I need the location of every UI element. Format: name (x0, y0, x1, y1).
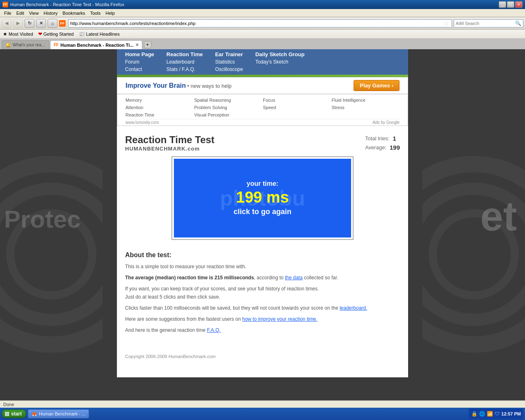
reload-button[interactable]: ↻ (25, 19, 34, 28)
about-para3: If you want, you can keep track of your … (125, 285, 400, 301)
tab-inactive-reaction[interactable]: 🔔 What's your reaction time? (2, 40, 49, 49)
search-input[interactable] (456, 21, 515, 26)
about-title: About the test: (125, 251, 400, 259)
nav-ear-trainer[interactable]: Ear Trainer (215, 51, 243, 58)
nav-stats-faq[interactable]: Stats / F.A.Q. (167, 66, 203, 73)
minimize-button[interactable]: _ (499, 1, 506, 8)
nav-oscilloscope[interactable]: Oscilloscope (215, 66, 243, 73)
start-button[interactable]: ⊞ start (2, 409, 26, 418)
nav-reaction-time[interactable]: Reaction Time (167, 51, 203, 58)
menu-view[interactable]: View (27, 10, 41, 16)
menu-history[interactable]: History (41, 10, 60, 16)
nav-col-ear: Ear Trainer Statistics Oscilloscope (215, 51, 243, 73)
browser-background: et Protec Home Page Forum Contact Reacti… (0, 49, 525, 420)
menu-bar: File Edit View History Bookmarks Tools H… (0, 9, 525, 17)
stop-button[interactable]: ✕ (36, 19, 46, 28)
nav-col-reaction: Reaction Time Leaderboard Stats / F.A.Q. (167, 51, 203, 73)
bookmark-getting-started[interactable]: ❤ Getting Started (37, 31, 75, 37)
ad-tagline-block: Improve Your Brain • new ways to help (126, 82, 232, 89)
tab-close-button[interactable]: ✕ (135, 43, 139, 47)
nav-leaderboard[interactable]: Leaderboard (167, 58, 203, 66)
about-para2: The average (median) reaction time is 21… (125, 274, 400, 282)
titlebar-buttons[interactable]: _ □ ✕ (499, 1, 523, 8)
forward-button[interactable]: ▶ (13, 19, 23, 28)
bookmark-latest-headlines[interactable]: 📰 Latest Headlines (78, 31, 121, 37)
windows-logo-icon: ⊞ (5, 411, 9, 417)
menu-tools[interactable]: Tools (88, 10, 103, 16)
search-icon[interactable]: 🔍 (515, 21, 521, 26)
window-titlebar: FF Human Benchmark - Reaction Time Test … (0, 0, 525, 9)
play-games-button[interactable]: Play Games › (354, 80, 399, 91)
tab-active-benchmark[interactable]: FF Human Benchmark - Reaction Ti... ✕ (50, 40, 142, 49)
getting-started-icon: ❤ (38, 31, 42, 37)
menu-help[interactable]: Help (103, 10, 117, 16)
search-bar[interactable]: 🔍 (454, 19, 523, 27)
tab-inactive-icon: 🔔 (5, 42, 11, 48)
avg-label: Average: (365, 143, 386, 152)
lumosity-grid: Memory Spatial Reasoning Focus Fluid Int… (126, 97, 399, 118)
tray-network-icon: 🌐 (479, 411, 485, 417)
avg-value: 199 (390, 143, 400, 152)
maximize-button[interactable]: □ (507, 1, 514, 8)
nav-statistics[interactable]: Statistics (215, 58, 243, 66)
lumosity-footer: www.lumosity.com Ads by Google (126, 119, 399, 125)
tries-label: Total tries: (365, 134, 389, 143)
most-visited-icon: ★ (3, 31, 7, 37)
nav-todays-sketch[interactable]: Today's Sketch (255, 58, 304, 66)
nav-col-daily: Daily Sketch Group Today's Sketch (255, 51, 304, 73)
bookmark-most-visited-label: Most Visited (9, 32, 33, 37)
bookmark-most-visited[interactable]: ★ Most Visited (2, 31, 34, 37)
lumosity-visual: Visual Perception (194, 112, 262, 118)
status-bar: Done (0, 400, 525, 408)
site-nav: Home Page Forum Contact Reaction Time Le… (117, 49, 408, 75)
menu-file[interactable]: File (2, 10, 14, 16)
tab-inactive-label: What's your reaction time? (13, 43, 46, 47)
test-header: Reaction Time Test HUMANBENCHMARK.com To… (125, 134, 400, 152)
nav-forum[interactable]: Forum (125, 58, 154, 66)
nav-daily-sketch[interactable]: Daily Sketch Group (255, 51, 304, 58)
test-title: Reaction Time Test (125, 134, 215, 146)
nav-home-page[interactable]: Home Page (125, 51, 154, 58)
leaderboard-link[interactable]: leaderboard. (340, 305, 367, 311)
ads-by: Ads by Google (372, 120, 399, 125)
faq-link[interactable]: F.A.Q. (207, 327, 220, 333)
click-again-label: click to go again (233, 208, 291, 216)
stat-row-avg: Average: 199 (365, 143, 400, 152)
titlebar-left: FF Human Benchmark - Reaction Time Test … (2, 2, 124, 7)
bookmark-latest-headlines-label: Latest Headlines (86, 32, 120, 37)
start-label: start (11, 411, 22, 417)
lumosity-problem: Problem Solving (194, 104, 262, 111)
lumosity-focus: Focus (263, 97, 331, 103)
star-icon[interactable]: ☆ (444, 20, 449, 27)
taskbar-item-label: Human Benchmark - ... (39, 411, 85, 416)
back-button[interactable]: ◀ (2, 19, 11, 28)
test-stats: Total tries: 1 Average: 199 (365, 134, 400, 152)
about-para1: This is a simple tool to measure your re… (125, 263, 400, 271)
nav-contact[interactable]: Contact (125, 66, 154, 73)
nav-toolbar: ◀ ▶ ↻ ✕ ⌂ FF http://www.humanbenchmark.c… (0, 17, 525, 30)
home-button[interactable]: ⌂ (48, 19, 57, 28)
bookmarks-bar: ★ Most Visited ❤ Getting Started 📰 Lates… (0, 30, 525, 39)
lumosity-stress: Stress (332, 104, 400, 111)
menu-edit[interactable]: Edit (14, 10, 27, 16)
firefox-icon: FF (2, 2, 8, 7)
tries-value: 1 (393, 134, 396, 143)
bookmark-getting-started-label: Getting Started (43, 32, 74, 37)
address-bar[interactable]: http://www.humanbenchmark.com/tests/reac… (68, 19, 452, 27)
lumosity-url: www.lumosity.com (126, 120, 159, 125)
ad-banner: Improve Your Brain • new ways to help Pl… (117, 77, 408, 94)
the-data-link[interactable]: the data (285, 275, 303, 281)
new-tab-button[interactable]: + (144, 41, 151, 48)
tab-bar: 🔔 What's your reaction time? FF Human Be… (0, 39, 525, 49)
status-text: Done (3, 402, 14, 407)
about-para5: Here are some suggestions from the faste… (125, 315, 400, 323)
improve-link[interactable]: how to improve your reaction time. (242, 316, 317, 322)
about-para4: Clicks faster than 100 milliseconds will… (125, 304, 400, 312)
window-title: Human Benchmark - Reaction Time Test - M… (10, 2, 124, 7)
tray-signal-icon: 📶 (487, 411, 493, 417)
close-button[interactable]: ✕ (515, 1, 523, 8)
menu-bookmarks[interactable]: Bookmarks (60, 10, 88, 16)
lumosity-fluid: Fluid Intelligence (332, 97, 400, 103)
reaction-box[interactable]: photobu your time: 199 ms click to go ag… (172, 157, 353, 239)
taskbar-item-browser[interactable]: 🦊 Human Benchmark - ... (28, 409, 89, 418)
